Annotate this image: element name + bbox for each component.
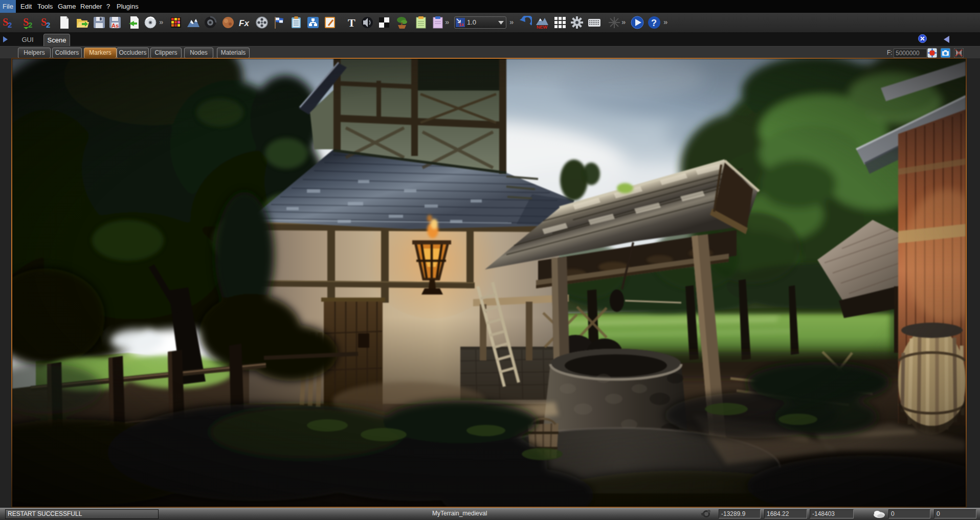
- svg-text:?: ?: [651, 18, 657, 28]
- svg-text:1x: 1x: [459, 22, 464, 27]
- svg-text:As: As: [112, 22, 119, 29]
- svg-text:NEW: NEW: [537, 25, 548, 29]
- svg-text:2: 2: [28, 20, 32, 29]
- svg-text:2: 2: [46, 20, 50, 29]
- svg-text:T: T: [348, 16, 355, 29]
- svg-text:Fx: Fx: [239, 18, 250, 28]
- svg-text:2: 2: [8, 20, 12, 29]
